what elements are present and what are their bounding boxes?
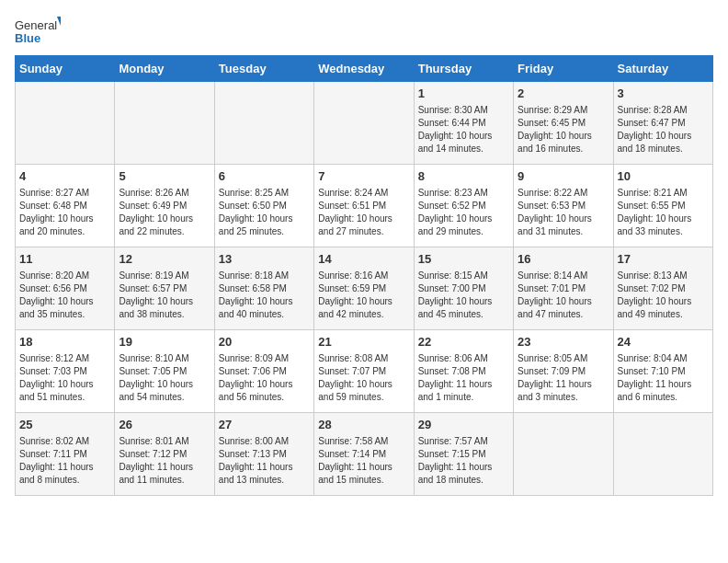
calendar-cell: 22Sunrise: 8:06 AM Sunset: 7:08 PM Dayli… <box>414 330 513 413</box>
calendar-cell: 15Sunrise: 8:15 AM Sunset: 7:00 PM Dayli… <box>414 247 513 330</box>
calendar-cell: 1Sunrise: 8:30 AM Sunset: 6:44 PM Daylig… <box>414 82 513 165</box>
calendar-cell: 21Sunrise: 8:08 AM Sunset: 7:07 PM Dayli… <box>314 330 414 413</box>
day-number: 5 <box>119 168 210 185</box>
calendar-cell: 2Sunrise: 8:29 AM Sunset: 6:45 PM Daylig… <box>514 82 613 165</box>
day-info: Sunrise: 8:22 AM Sunset: 6:53 PM Dayligh… <box>518 187 609 238</box>
day-number: 11 <box>19 251 110 268</box>
calendar-cell <box>514 413 613 496</box>
calendar-cell: 14Sunrise: 8:16 AM Sunset: 6:59 PM Dayli… <box>314 247 414 330</box>
calendar-cell: 27Sunrise: 8:00 AM Sunset: 7:13 PM Dayli… <box>214 413 313 496</box>
calendar-cell: 12Sunrise: 8:19 AM Sunset: 6:57 PM Dayli… <box>115 247 214 330</box>
day-number: 20 <box>219 334 310 350</box>
calendar-cell: 7Sunrise: 8:24 AM Sunset: 6:51 PM Daylig… <box>314 165 414 247</box>
svg-text:General: General <box>15 18 57 32</box>
calendar-cell: 5Sunrise: 8:26 AM Sunset: 6:49 PM Daylig… <box>115 165 214 247</box>
day-of-week-header: Sunday <box>16 56 115 82</box>
calendar-cell <box>16 82 115 165</box>
day-number: 1 <box>418 86 509 102</box>
calendar-table: SundayMondayTuesdayWednesdayThursdayFrid… <box>15 55 713 496</box>
day-info: Sunrise: 8:06 AM Sunset: 7:08 PM Dayligh… <box>418 352 509 404</box>
day-of-week-header: Friday <box>514 56 613 82</box>
day-of-week-header: Wednesday <box>314 56 414 82</box>
day-number: 21 <box>318 334 409 350</box>
day-of-week-header: Monday <box>115 56 214 82</box>
calendar-week-row: 1Sunrise: 8:30 AM Sunset: 6:44 PM Daylig… <box>16 82 713 165</box>
logo-svg: General Blue <box>15 15 61 48</box>
day-number: 29 <box>418 417 509 433</box>
day-info: Sunrise: 8:24 AM Sunset: 6:51 PM Dayligh… <box>318 187 409 238</box>
calendar-cell: 8Sunrise: 8:23 AM Sunset: 6:52 PM Daylig… <box>414 165 513 247</box>
day-number: 26 <box>119 417 210 433</box>
calendar-cell: 3Sunrise: 8:28 AM Sunset: 6:47 PM Daylig… <box>613 82 712 165</box>
calendar-cell: 10Sunrise: 8:21 AM Sunset: 6:55 PM Dayli… <box>613 165 712 247</box>
day-info: Sunrise: 8:15 AM Sunset: 7:00 PM Dayligh… <box>418 270 509 321</box>
calendar-cell: 24Sunrise: 8:04 AM Sunset: 7:10 PM Dayli… <box>613 330 712 413</box>
calendar-cell: 11Sunrise: 8:20 AM Sunset: 6:56 PM Dayli… <box>16 247 115 330</box>
day-number: 27 <box>219 417 310 433</box>
calendar-cell: 23Sunrise: 8:05 AM Sunset: 7:09 PM Dayli… <box>514 330 613 413</box>
calendar-cell: 28Sunrise: 7:58 AM Sunset: 7:14 PM Dayli… <box>314 413 414 496</box>
calendar-header-row: SundayMondayTuesdayWednesdayThursdayFrid… <box>16 56 713 82</box>
day-info: Sunrise: 8:29 AM Sunset: 6:45 PM Dayligh… <box>518 104 609 155</box>
calendar-cell: 20Sunrise: 8:09 AM Sunset: 7:06 PM Dayli… <box>214 330 313 413</box>
day-number: 18 <box>19 334 110 350</box>
day-number: 16 <box>518 251 609 268</box>
day-info: Sunrise: 8:10 AM Sunset: 7:05 PM Dayligh… <box>119 352 210 404</box>
day-of-week-header: Thursday <box>414 56 513 82</box>
day-number: 28 <box>318 417 409 433</box>
day-number: 24 <box>618 334 709 350</box>
day-number: 3 <box>618 86 709 102</box>
calendar-cell: 18Sunrise: 8:12 AM Sunset: 7:03 PM Dayli… <box>16 330 115 413</box>
calendar-cell: 16Sunrise: 8:14 AM Sunset: 7:01 PM Dayli… <box>514 247 613 330</box>
day-number: 2 <box>518 86 609 102</box>
day-number: 15 <box>418 251 509 268</box>
day-number: 10 <box>618 168 709 185</box>
day-number: 19 <box>119 334 210 350</box>
day-info: Sunrise: 8:08 AM Sunset: 7:07 PM Dayligh… <box>318 352 409 404</box>
day-info: Sunrise: 8:25 AM Sunset: 6:50 PM Dayligh… <box>219 187 310 238</box>
day-info: Sunrise: 8:26 AM Sunset: 6:49 PM Dayligh… <box>119 187 210 238</box>
calendar-week-row: 25Sunrise: 8:02 AM Sunset: 7:11 PM Dayli… <box>16 413 713 496</box>
day-info: Sunrise: 7:57 AM Sunset: 7:15 PM Dayligh… <box>418 435 509 487</box>
calendar-cell: 4Sunrise: 8:27 AM Sunset: 6:48 PM Daylig… <box>16 165 115 247</box>
day-number: 9 <box>518 168 609 185</box>
calendar-cell: 26Sunrise: 8:01 AM Sunset: 7:12 PM Dayli… <box>115 413 214 496</box>
day-number: 4 <box>19 168 110 185</box>
day-number: 17 <box>618 251 709 268</box>
calendar-week-row: 4Sunrise: 8:27 AM Sunset: 6:48 PM Daylig… <box>16 165 713 247</box>
day-info: Sunrise: 8:12 AM Sunset: 7:03 PM Dayligh… <box>19 352 110 404</box>
day-info: Sunrise: 8:18 AM Sunset: 6:58 PM Dayligh… <box>219 270 310 321</box>
day-number: 13 <box>219 251 310 268</box>
day-info: Sunrise: 8:02 AM Sunset: 7:11 PM Dayligh… <box>19 435 110 487</box>
day-number: 6 <box>219 168 310 185</box>
calendar-week-row: 11Sunrise: 8:20 AM Sunset: 6:56 PM Dayli… <box>16 247 713 330</box>
day-info: Sunrise: 8:09 AM Sunset: 7:06 PM Dayligh… <box>219 352 310 404</box>
header: General Blue <box>15 15 713 48</box>
day-info: Sunrise: 7:58 AM Sunset: 7:14 PM Dayligh… <box>318 435 409 487</box>
svg-text:Blue: Blue <box>15 31 40 45</box>
day-number: 14 <box>318 251 409 268</box>
day-of-week-header: Tuesday <box>214 56 313 82</box>
day-info: Sunrise: 8:16 AM Sunset: 6:59 PM Dayligh… <box>318 270 409 321</box>
calendar-cell: 9Sunrise: 8:22 AM Sunset: 6:53 PM Daylig… <box>514 165 613 247</box>
calendar-cell: 13Sunrise: 8:18 AM Sunset: 6:58 PM Dayli… <box>214 247 313 330</box>
day-info: Sunrise: 8:27 AM Sunset: 6:48 PM Dayligh… <box>19 187 110 238</box>
day-info: Sunrise: 8:28 AM Sunset: 6:47 PM Dayligh… <box>618 104 709 155</box>
day-info: Sunrise: 8:01 AM Sunset: 7:12 PM Dayligh… <box>119 435 210 487</box>
calendar-cell <box>115 82 214 165</box>
day-number: 25 <box>19 417 110 433</box>
day-info: Sunrise: 8:21 AM Sunset: 6:55 PM Dayligh… <box>618 187 709 238</box>
day-info: Sunrise: 8:00 AM Sunset: 7:13 PM Dayligh… <box>219 435 310 487</box>
svg-marker-2 <box>57 17 61 26</box>
day-number: 7 <box>318 168 409 185</box>
day-of-week-header: Saturday <box>613 56 712 82</box>
calendar-cell <box>314 82 414 165</box>
day-number: 12 <box>119 251 210 268</box>
calendar-week-row: 18Sunrise: 8:12 AM Sunset: 7:03 PM Dayli… <box>16 330 713 413</box>
calendar-cell <box>214 82 313 165</box>
day-info: Sunrise: 8:04 AM Sunset: 7:10 PM Dayligh… <box>618 352 709 404</box>
calendar-cell: 17Sunrise: 8:13 AM Sunset: 7:02 PM Dayli… <box>613 247 712 330</box>
day-info: Sunrise: 8:23 AM Sunset: 6:52 PM Dayligh… <box>418 187 509 238</box>
day-number: 23 <box>518 334 609 350</box>
day-info: Sunrise: 8:05 AM Sunset: 7:09 PM Dayligh… <box>518 352 609 404</box>
